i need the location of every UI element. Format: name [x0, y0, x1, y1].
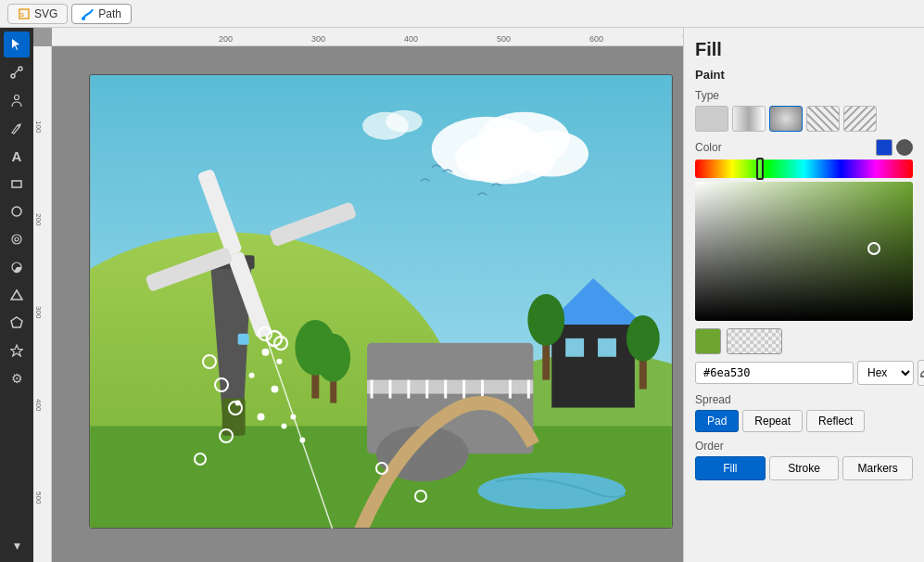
top-toolbar: S SVG Path — [0, 0, 924, 28]
tool-bottom[interactable]: ▾ — [4, 532, 30, 558]
spectrum-bar-container[interactable] — [695, 160, 913, 178]
svg-line-68 — [265, 334, 353, 529]
hex-row: Hex RGB HSL — [695, 360, 913, 386]
color-swatch[interactable] — [695, 328, 721, 354]
svg-point-76 — [415, 491, 426, 502]
color-picker-area[interactable] — [695, 182, 913, 321]
path-tab[interactable]: Path — [71, 4, 132, 24]
pie-icon — [10, 261, 23, 274]
svg-marker-13 — [11, 290, 22, 300]
type-linear-btn[interactable] — [732, 106, 766, 132]
path-tab-label: Path — [98, 7, 121, 20]
star-icon — [10, 344, 23, 357]
tool-gear[interactable]: ⚙ — [4, 365, 30, 391]
order-buttons: Fill Stroke Markers — [695, 456, 913, 480]
svg-point-11 — [15, 237, 19, 241]
canvas-wrapper[interactable] — [52, 46, 683, 562]
svg-point-70 — [203, 355, 216, 368]
hex-input[interactable] — [695, 362, 854, 384]
ruler-top: 200 300 400 500 600 700 — [52, 28, 683, 46]
svg-icon: S — [18, 7, 31, 20]
spread-pad-btn[interactable]: Pad — [695, 410, 739, 432]
paint-section-title: Paint — [695, 68, 913, 82]
eyedropper-icon — [918, 366, 924, 379]
svg-text:S: S — [20, 12, 24, 18]
order-markers-btn[interactable]: Markers — [842, 456, 913, 480]
tool-triangle[interactable] — [4, 282, 30, 308]
tool-pentagon[interactable] — [4, 310, 30, 336]
tool-pie[interactable] — [4, 254, 30, 280]
type-flat-btn[interactable] — [695, 106, 728, 132]
spread-label: Spread — [695, 393, 913, 406]
canvas-frame[interactable] — [89, 74, 673, 529]
svg-point-6 — [15, 96, 19, 100]
svg-point-10 — [12, 235, 21, 244]
person-icon — [10, 94, 23, 107]
svg-point-81 — [921, 376, 923, 377]
spectrum-cursor[interactable] — [756, 158, 764, 180]
svg-point-72 — [229, 402, 242, 415]
spectrum-bar[interactable] — [695, 160, 913, 178]
ruler-left: 100 200 300 400 500 — [33, 46, 52, 562]
svg-point-9 — [12, 207, 21, 216]
svg-marker-15 — [11, 345, 23, 356]
type-cross-btn[interactable] — [843, 106, 877, 132]
color-dark-swatch[interactable] — [896, 139, 913, 156]
type-radial-btn[interactable] — [769, 106, 803, 132]
pencil-icon — [10, 121, 23, 134]
canvas-area[interactable]: 200 300 400 500 600 700 100 200 300 400 … — [33, 28, 683, 562]
right-panel: Fill Paint Type Color — [683, 28, 924, 562]
type-diagonal-btn[interactable] — [806, 106, 840, 132]
tool-select[interactable] — [4, 32, 30, 57]
spread-repeat-btn[interactable]: Repeat — [742, 410, 803, 432]
spread-reflect-btn[interactable]: Reflect — [806, 410, 865, 432]
tool-pencil[interactable] — [4, 115, 30, 141]
ellipse-icon — [10, 205, 23, 218]
svg-tab[interactable]: S SVG — [7, 4, 68, 24]
rect-icon — [10, 177, 23, 190]
svg-point-74 — [195, 453, 206, 465]
svg-tab-label: SVG — [34, 7, 57, 20]
node-icon — [10, 66, 23, 79]
tool-rectangle[interactable] — [4, 171, 30, 197]
order-fill-btn[interactable]: Fill — [695, 456, 766, 480]
type-label: Type — [695, 89, 913, 102]
svg-point-2 — [82, 17, 85, 20]
color-blue-swatch[interactable] — [876, 139, 892, 156]
path-icon — [82, 7, 95, 20]
tool-text[interactable]: A — [4, 143, 30, 169]
eyedropper-btn[interactable] — [918, 360, 924, 386]
tool-person[interactable] — [4, 87, 30, 113]
tool-star[interactable] — [4, 338, 30, 364]
target-icon — [10, 233, 23, 246]
type-buttons — [695, 106, 913, 132]
format-select[interactable]: Hex RGB HSL — [857, 361, 914, 385]
spread-buttons: Pad Repeat Reflect — [695, 410, 913, 432]
pentagon-icon — [10, 316, 23, 329]
tool-ellipse[interactable] — [4, 198, 30, 224]
picker-cursor — [867, 242, 880, 255]
color-preview-row — [695, 328, 913, 354]
tool-node[interactable] — [4, 59, 30, 85]
left-toolbar: A — [0, 28, 33, 562]
svg-rect-8 — [12, 181, 21, 187]
svg-marker-3 — [12, 39, 19, 50]
order-stroke-btn[interactable]: Stroke — [769, 456, 840, 480]
tool-circle-target[interactable] — [4, 226, 30, 252]
select-icon — [10, 38, 23, 51]
color-header: Color — [695, 139, 913, 156]
color-transparent-swatch[interactable] — [727, 328, 782, 354]
main-area: A — [0, 28, 924, 562]
svg-point-71 — [215, 378, 228, 391]
color-label: Color — [695, 141, 722, 154]
panel-title: Fill — [695, 39, 913, 60]
svg-point-73 — [220, 429, 233, 442]
triangle-icon — [10, 288, 23, 301]
path-overlay — [89, 74, 673, 529]
svg-point-75 — [376, 463, 387, 474]
svg-line-7 — [18, 125, 19, 127]
svg-marker-14 — [11, 317, 22, 327]
order-label: Order — [695, 440, 913, 453]
